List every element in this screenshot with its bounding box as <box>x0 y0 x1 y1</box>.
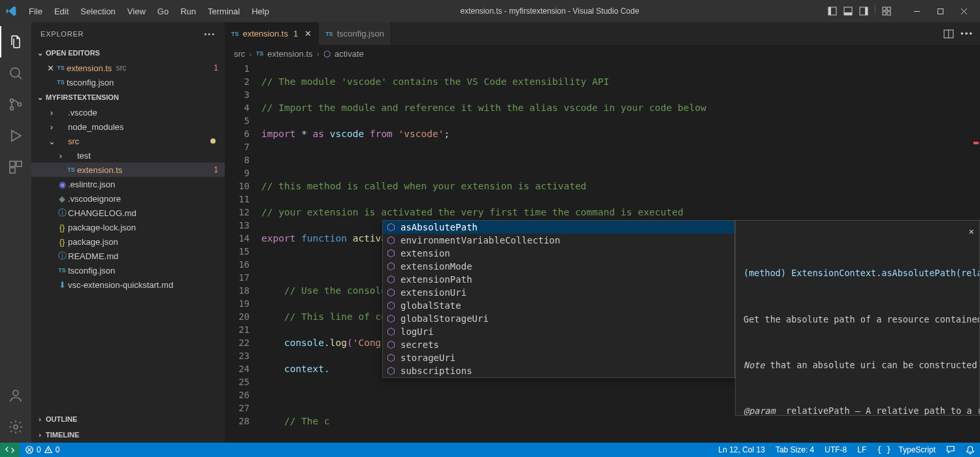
editor-tab[interactable]: TS extension.ts 1 ✕ <box>225 22 319 45</box>
activity-extensions-icon[interactable] <box>0 151 31 183</box>
activity-explorer-icon[interactable] <box>0 26 31 57</box>
suggest-item[interactable]: ⬡extensionMode <box>383 260 734 273</box>
suggest-item[interactable]: ⬡globalState <box>383 299 734 312</box>
maximize-button[interactable] <box>929 3 951 20</box>
editor-tab[interactable]: TS tsconfig.json <box>319 22 391 45</box>
toggle-primary-sidebar-icon[interactable] <box>825 4 840 18</box>
file-tree-item[interactable]: ›node_modules <box>31 119 225 134</box>
layout-controls <box>825 4 894 18</box>
method-icon: ⬡ <box>323 49 331 59</box>
code-editor[interactable]: 1234567891011121314151617181920212223242… <box>225 62 980 443</box>
customize-layout-icon[interactable] <box>879 4 894 18</box>
method-icon: ⬡ <box>387 364 395 377</box>
menu-file[interactable]: File <box>24 4 48 19</box>
language-mode[interactable]: { } TypeScript <box>872 443 941 457</box>
close-tab-icon[interactable]: ✕ <box>304 29 312 39</box>
activity-settings-icon[interactable] <box>0 411 31 443</box>
svg-point-17 <box>10 107 14 110</box>
feedback-icon[interactable] <box>941 443 960 457</box>
svg-rect-5 <box>865 7 868 15</box>
suggest-item[interactable]: ⬡storageUri <box>383 351 734 364</box>
code-content[interactable]: // The module 'vscode' contains the VS C… <box>261 62 971 443</box>
menu-help[interactable]: Help <box>246 4 274 19</box>
editor-group: TS extension.ts 1 ✕ TS tsconfig.json •••… <box>225 22 980 443</box>
method-icon: ⬡ <box>387 286 395 299</box>
problems-button[interactable]: 0 0 <box>20 443 65 457</box>
svg-point-14 <box>10 68 20 77</box>
activity-search-icon[interactable] <box>0 57 31 89</box>
suggest-item[interactable]: ⬡globalStorageUri <box>383 312 734 325</box>
open-editor-item[interactable]: ✕ TS extension.ts src 1 <box>31 61 225 75</box>
method-icon: ⬡ <box>387 260 395 273</box>
notifications-icon[interactable] <box>960 443 980 457</box>
split-editor-icon[interactable] <box>943 29 954 39</box>
menu-edit[interactable]: Edit <box>49 4 74 19</box>
close-icon[interactable]: ✕ <box>969 225 974 238</box>
file-tree-item[interactable]: {}package-lock.json <box>31 220 225 234</box>
close-button[interactable] <box>953 3 975 20</box>
menu-terminal[interactable]: Terminal <box>203 4 245 19</box>
open-editors-header[interactable]: ⌄ OPEN EDITORS <box>31 45 225 61</box>
activity-run-debug-icon[interactable] <box>0 120 31 151</box>
suggest-item[interactable]: ⬡secrets <box>383 338 734 351</box>
eol[interactable]: LF <box>852 443 872 457</box>
file-tree-item[interactable]: ◆.vscodeignore <box>31 191 225 206</box>
file-tree-item[interactable]: ⓘCHANGELOG.md <box>31 206 225 220</box>
menu-view[interactable]: View <box>122 4 151 19</box>
editor-tabs: TS extension.ts 1 ✕ TS tsconfig.json ••• <box>225 22 980 45</box>
suggest-item[interactable]: ⬡extension <box>383 247 734 260</box>
file-tree-item[interactable]: ⌄src <box>31 134 225 148</box>
menu-go[interactable]: Go <box>152 4 174 19</box>
ts-file-icon: TS <box>55 65 67 71</box>
suggest-item[interactable]: ⬡extensionPath <box>383 273 734 286</box>
remote-indicator[interactable] <box>0 443 20 457</box>
minimize-button[interactable] <box>906 3 928 20</box>
method-icon: ⬡ <box>387 299 395 312</box>
suggest-item[interactable]: ⬡logUri <box>383 325 734 338</box>
svg-rect-6 <box>883 7 886 10</box>
file-tree-item[interactable]: ⓘREADME.md <box>31 249 225 263</box>
folder-header[interactable]: ⌄ MYFIRSTEXTENSION <box>31 89 225 105</box>
explorer-more-icon[interactable]: ••• <box>204 30 216 38</box>
cursor-position[interactable]: Ln 12, Col 13 <box>713 443 770 457</box>
encoding[interactable]: UTF-8 <box>819 443 852 457</box>
file-icon: {} <box>56 237 68 247</box>
activity-accounts-icon[interactable] <box>0 380 31 411</box>
vscode-logo-icon <box>5 5 17 17</box>
activity-source-control-icon[interactable] <box>0 89 31 120</box>
more-actions-icon[interactable]: ••• <box>960 29 973 39</box>
suggest-item[interactable]: ⬡extensionUri <box>383 286 734 299</box>
svg-point-16 <box>10 99 14 102</box>
indentation[interactable]: Tab Size: 4 <box>770 443 819 457</box>
file-tree-item[interactable]: ⬇vsc-extension-quickstart.md <box>31 277 225 292</box>
file-tree: ›.vscode›node_modules⌄src›testTSextensio… <box>31 105 225 292</box>
method-icon: ⬡ <box>387 247 395 260</box>
svg-rect-8 <box>883 12 886 15</box>
suggest-item[interactable]: ⬡environmentVariableCollection <box>383 234 734 247</box>
file-tree-item[interactable]: TSextension.ts1 <box>31 163 225 177</box>
file-tree-item[interactable]: ›test <box>31 148 225 163</box>
chevron-icon: › <box>47 122 56 132</box>
toggle-panel-icon[interactable] <box>841 4 855 18</box>
timeline-header[interactable]: › TIMELINE <box>31 427 225 443</box>
signature-text: (method) ExtensionContext.asAbsolutePath… <box>743 266 972 279</box>
svg-marker-19 <box>12 131 21 141</box>
intellisense-suggest[interactable]: ⬡asAbsolutePath⬡environmentVariableColle… <box>382 220 735 378</box>
outline-header[interactable]: › OUTLINE <box>31 411 225 427</box>
ts-file-icon: TS <box>325 31 333 37</box>
suggest-item[interactable]: ⬡subscriptions <box>383 364 734 377</box>
close-icon[interactable]: ✕ <box>46 63 55 73</box>
file-tree-item[interactable]: ◉.eslintrc.json <box>31 177 225 191</box>
suggest-item[interactable]: ⬡asAbsolutePath <box>383 221 734 234</box>
intellisense-documentation: ✕ (method) ExtensionContext.asAbsolutePa… <box>735 220 980 416</box>
toggle-secondary-sidebar-icon[interactable] <box>857 4 871 18</box>
file-tree-item[interactable]: TStsconfig.json <box>31 263 225 277</box>
chevron-icon: ⌄ <box>47 136 56 146</box>
file-tree-item[interactable]: {}package.json <box>31 234 225 249</box>
file-tree-item[interactable]: ›.vscode <box>31 105 225 119</box>
menu-run[interactable]: Run <box>175 4 201 19</box>
open-editor-item[interactable]: TS tsconfig.json <box>31 75 225 89</box>
method-icon: ⬡ <box>387 312 395 325</box>
menu-selection[interactable]: Selection <box>75 4 120 19</box>
breadcrumbs[interactable]: src › TS extension.ts › ⬡ activate <box>225 45 980 62</box>
